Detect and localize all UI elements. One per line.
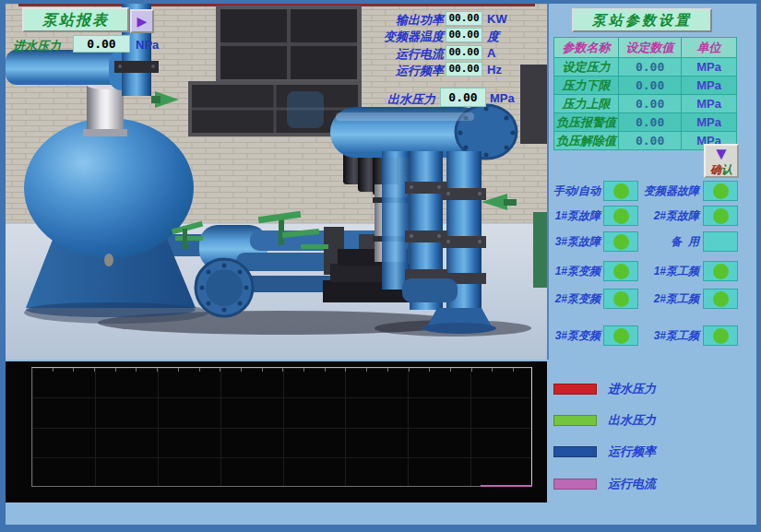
indicator-lamp-pump1-fault xyxy=(603,206,638,226)
readout-value-run-current: 00.00 xyxy=(446,45,482,60)
inlet-pressure-unit: NPa xyxy=(136,38,159,52)
param-name: 负压解除值 xyxy=(554,132,619,150)
led-icon xyxy=(713,183,729,199)
indicator-label-pump3-mains: 3#泵工频 xyxy=(640,328,699,344)
legend-swatch-run-frequency xyxy=(553,446,597,457)
param-unit: MPa xyxy=(682,58,737,77)
trend-chart xyxy=(6,361,547,502)
led-icon xyxy=(613,183,629,199)
readout-unit-output-power: KW xyxy=(487,12,507,26)
led-icon xyxy=(613,208,629,224)
readout-unit-run-frequency: Hz xyxy=(487,63,502,77)
table-row: 设定压力 0.00 MPa xyxy=(554,58,737,77)
readout-unit-inverter-temp: 度 xyxy=(487,29,499,45)
col-header-value: 设定数值 xyxy=(619,38,682,58)
outlet-pressure-label: 出水压力 xyxy=(387,91,435,108)
indicator-label-pump3-fault: 3#泵故障 xyxy=(546,234,600,250)
discharge-header xyxy=(330,105,517,159)
col-header-unit: 单位 xyxy=(682,38,737,58)
table-row: 负压报警值 0.00 MPa xyxy=(554,113,737,132)
axis-ticks xyxy=(32,368,531,372)
readout-value-inverter-temp: 00.00 xyxy=(446,28,482,42)
report-button[interactable]: 泵站报表 xyxy=(22,7,129,32)
param-value[interactable]: 0.00 xyxy=(619,95,682,113)
indicator-lamp-pump2-vfd xyxy=(603,289,638,309)
indicator-label-pump1-vfd: 1#泵变频 xyxy=(546,264,600,279)
legend-label-run-current: 运行电流 xyxy=(608,476,656,492)
param-value[interactable]: 0.00 xyxy=(619,77,682,95)
indicator-lamp-spare xyxy=(703,231,738,252)
green-cabinet xyxy=(533,212,547,288)
led-icon xyxy=(613,264,629,279)
indicator-lamp-pump3-vfd xyxy=(603,325,638,346)
readout-label-run-current: 运行电流 xyxy=(371,46,444,63)
param-unit: MPa xyxy=(682,113,737,132)
param-value[interactable]: 0.00 xyxy=(619,113,682,132)
led-icon xyxy=(713,208,729,224)
readout-label-inverter-temp: 变频器温度 xyxy=(371,29,444,45)
param-name: 压力上限 xyxy=(554,95,619,113)
indicator-lamp-pump2-mains xyxy=(703,289,738,309)
indicator-label-pump2-mains: 2#泵工频 xyxy=(640,291,699,307)
param-value[interactable]: 0.00 xyxy=(619,132,682,150)
readout-unit-run-current: A xyxy=(487,46,495,60)
param-name: 压力下限 xyxy=(554,77,619,95)
indicator-label-inverter-fault: 变频器故障 xyxy=(640,183,699,199)
confirm-triangle-icon: ▼ xyxy=(706,147,737,160)
readout-label-run-frequency: 运行频率 xyxy=(371,63,444,79)
legend-label-outlet-pressure: 出水压力 xyxy=(608,412,656,429)
indicator-label-pump1-fault: 1#泵故障 xyxy=(546,208,600,224)
legend-swatch-run-current xyxy=(553,479,597,490)
param-unit: MPa xyxy=(682,77,737,95)
legend-swatch-outlet-pressure xyxy=(553,415,597,426)
indicator-label-pump1-mains: 1#泵工频 xyxy=(640,264,699,279)
indicator-lamp-pump1-mains xyxy=(703,261,738,281)
param-name: 负压报警值 xyxy=(554,113,619,132)
report-play-button[interactable]: ▶ xyxy=(130,9,154,33)
play-icon: ▶ xyxy=(137,14,148,29)
indicator-lamp-inverter-fault xyxy=(703,181,738,201)
indicator-label-pump2-vfd: 2#泵变频 xyxy=(546,291,600,307)
settings-panel-title: 泵站参数设置 xyxy=(572,8,712,32)
legend-label-inlet-pressure: 进水压力 xyxy=(608,381,656,397)
indicator-lamp-pump2-fault xyxy=(703,206,738,226)
indicator-lamp-pump1-vfd xyxy=(603,261,638,281)
window-upper xyxy=(216,6,362,83)
readout-label-output-power: 输出功率 xyxy=(371,12,444,29)
led-icon xyxy=(713,291,729,307)
indicator-lamp-pump3-mains xyxy=(703,325,738,346)
led-icon xyxy=(613,291,629,307)
inlet-pressure-value: 0.00 xyxy=(73,35,130,53)
col-header-name: 参数名称 xyxy=(554,38,619,58)
parameter-table: 参数名称 设定数值 单位 设定压力 0.00 MPa 压力下限 0.00 MPa… xyxy=(553,37,737,150)
indicator-label-pump3-vfd: 3#泵变频 xyxy=(546,328,600,344)
pump-station-hmi: 泵站报表 ▶ 进水压力 0.00 NPa 输出功率 00.00 KW 变频器温度… xyxy=(0,0,761,532)
param-name: 设定压力 xyxy=(554,58,619,77)
led-icon xyxy=(713,328,729,344)
legend-label-run-frequency: 运行频率 xyxy=(608,443,656,460)
confirm-button[interactable]: ▼ 确认 xyxy=(704,144,739,178)
indicator-label-manual-auto: 手动/自动 xyxy=(546,183,600,199)
outlet-pressure-unit: MPa xyxy=(490,91,515,105)
led-icon xyxy=(613,328,629,344)
indicator-lamp-pump3-fault xyxy=(603,231,638,252)
param-unit: MPa xyxy=(682,95,737,113)
readout-value-output-power: 00.00 xyxy=(446,11,482,26)
param-value[interactable]: 0.00 xyxy=(619,58,682,77)
table-row: 压力下限 0.00 MPa xyxy=(554,77,737,95)
led-icon xyxy=(613,234,629,250)
inlet-pressure-label: 进水压力 xyxy=(13,38,61,54)
legend-swatch-inlet-pressure xyxy=(553,384,597,395)
indicator-label-spare: 备 用 xyxy=(640,234,699,250)
table-header-row: 参数名称 设定数值 单位 xyxy=(554,38,737,58)
trend-plot-area xyxy=(31,367,532,487)
led-icon xyxy=(713,264,729,279)
readout-value-run-frequency: 00.00 xyxy=(446,62,482,77)
table-row: 压力上限 0.00 MPa xyxy=(554,95,737,113)
run-current-trace xyxy=(481,485,532,487)
outlet-pressure-value: 0.00 xyxy=(440,88,486,107)
indicator-lamp-manual-auto xyxy=(603,181,638,201)
window-right-edge xyxy=(520,65,547,144)
indicator-label-pump2-fault: 2#泵故障 xyxy=(640,208,699,224)
